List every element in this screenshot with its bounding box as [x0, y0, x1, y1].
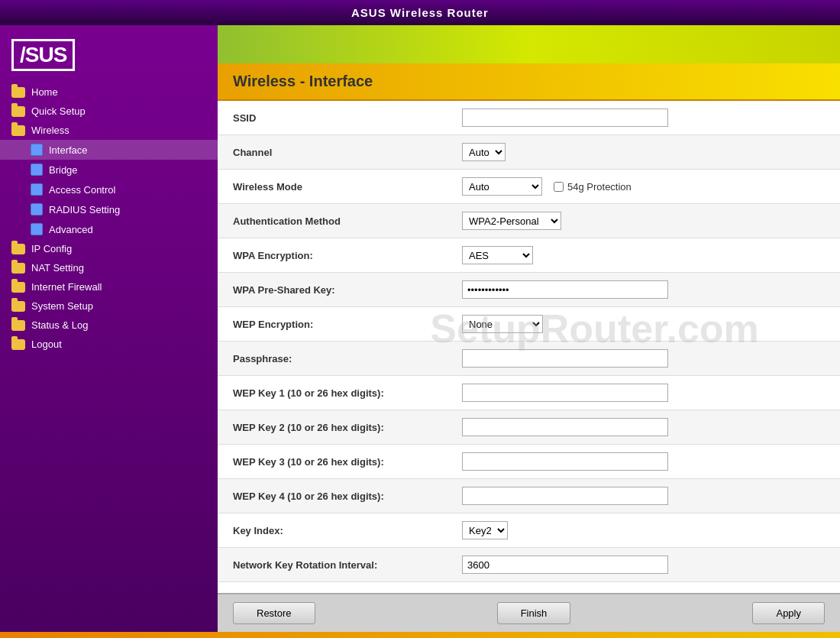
folder-icon [11, 244, 25, 254]
form-rows-container: SSIDChannelAuto1234567891011Wireless Mod… [218, 101, 840, 582]
field-control-wpa-psk [462, 280, 825, 299]
page-icon [31, 223, 43, 235]
sidebar-item-radius-setting[interactable]: RADIUS Setting [0, 199, 218, 219]
select-wep-encryption[interactable]: NoneWEP-64bitsWEP-128bits [462, 315, 543, 333]
field-label-wep-key3: WEP Key 3 (10 or 26 hex digits): [233, 456, 462, 468]
form-row-wpa-encryption: WPA Encryption:AESTKIPTKIP+AES [218, 238, 840, 273]
folder-icon [11, 125, 25, 136]
form-area: SSIDChannelAuto1234567891011Wireless Mod… [218, 101, 840, 593]
sidebar-item-wireless[interactable]: Wireless [0, 121, 218, 140]
field-label-wep-encryption: WEP Encryption: [233, 319, 462, 330]
header-strip [218, 25, 840, 63]
sidebar-item-bridge[interactable]: Bridge [0, 160, 218, 180]
field-label-channel: Channel [233, 147, 462, 158]
nav-item-label: Advanced [49, 224, 93, 235]
field-control-wep-key2 [462, 418, 825, 436]
app-title: ASUS Wireless Router [351, 6, 489, 19]
sidebar-item-interface[interactable]: Interface [0, 140, 218, 160]
nav-item-label: Logout [31, 338, 62, 350]
page-icon [31, 203, 43, 215]
page-title-bar: Wireless - Interface [218, 63, 840, 101]
field-control-network-key-rotation [462, 555, 825, 574]
page-icon [31, 144, 43, 156]
form-row-wep-encryption: WEP Encryption:NoneWEP-64bitsWEP-128bits [218, 307, 840, 342]
form-row-wep-key3: WEP Key 3 (10 or 26 hex digits): [218, 445, 840, 479]
form-row-ssid: SSID [218, 101, 840, 135]
field-control-key-index: Key1Key2Key3Key4 [462, 521, 825, 539]
bottom-orange-bar [0, 632, 840, 638]
sidebar-item-internet-firewall[interactable]: Internet Firewall [0, 277, 218, 296]
input-network-key-rotation[interactable] [462, 555, 668, 574]
sidebar-item-status-log[interactable]: Status & Log [0, 316, 218, 335]
bottom-buttons: Restore Finish Apply [218, 593, 840, 632]
form-row-wep-key2: WEP Key 2 (10 or 26 hex digits): [218, 410, 840, 445]
input-wep-key1[interactable] [462, 384, 668, 402]
nav-item-label: Home [31, 86, 58, 98]
form-row-key-index: Key Index:Key1Key2Key3Key4 [218, 513, 840, 548]
page-icon [31, 183, 43, 196]
select-key-index[interactable]: Key1Key2Key3Key4 [462, 521, 508, 539]
field-label-ssid: SSID [233, 112, 462, 124]
form-row-wireless-mode: Wireless ModeAuto802.11b only802.11g onl… [218, 170, 840, 204]
field-control-passphrase [462, 349, 825, 368]
sidebar-item-quick-setup[interactable]: Quick Setup [0, 102, 218, 121]
content-area: Wireless - Interface SetupRouter.com SSI… [218, 25, 840, 632]
nav-item-label: NAT Setting [31, 262, 84, 274]
field-control-wep-key3 [462, 452, 825, 471]
folder-icon [11, 301, 25, 312]
folder-icon [11, 282, 25, 293]
field-control-auth-method: Open SystemShared KeyWPA-PersonalWPA2-Pe… [462, 212, 825, 230]
asus-logo: /SUS [0, 33, 218, 83]
form-row-wpa-psk: WPA Pre-Shared Key: [218, 273, 840, 307]
folder-icon [11, 320, 25, 331]
field-control-channel: Auto1234567891011 [462, 143, 825, 161]
field-label-passphrase: Passphrase: [233, 353, 462, 364]
restore-button[interactable]: Restore [233, 602, 315, 624]
select-wpa-encryption[interactable]: AESTKIPTKIP+AES [462, 246, 533, 264]
field-label-wep-key4: WEP Key 4 (10 or 26 hex digits): [233, 491, 462, 502]
form-row-network-key-rotation: Network Key Rotation Interval: [218, 548, 840, 582]
sidebar-item-ip-config[interactable]: IP Config [0, 239, 218, 258]
checkbox-wireless-mode[interactable] [554, 182, 564, 192]
sidebar-item-nat-setting[interactable]: NAT Setting [0, 258, 218, 277]
apply-button[interactable]: Apply [752, 602, 825, 624]
field-control-wpa-encryption: AESTKIPTKIP+AES [462, 246, 825, 264]
form-row-auth-method: Authentication MethodOpen SystemShared K… [218, 204, 840, 238]
input-ssid[interactable] [462, 108, 668, 127]
sidebar-item-logout[interactable]: Logout [0, 335, 218, 354]
field-label-wep-key1: WEP Key 1 (10 or 26 hex digits): [233, 387, 462, 399]
nav-item-label: Internet Firewall [31, 281, 102, 293]
sidebar-item-system-setup[interactable]: System Setup [0, 296, 218, 316]
field-label-wireless-mode: Wireless Mode [233, 181, 462, 193]
input-wpa-psk[interactable] [462, 280, 668, 299]
field-control-wep-key4 [462, 487, 825, 505]
sidebar-item-advanced[interactable]: Advanced [0, 219, 218, 239]
input-wep-key2[interactable] [462, 418, 668, 436]
input-wep-key4[interactable] [462, 487, 668, 505]
main-layout: /SUS HomeQuick SetupWirelessInterfaceBri… [0, 25, 840, 632]
input-passphrase[interactable] [462, 349, 668, 368]
nav-item-label: IP Config [31, 243, 72, 254]
sidebar-item-access-control[interactable]: Access Control [0, 180, 218, 199]
field-control-wireless-mode: Auto802.11b only802.11g only54g Protecti… [462, 177, 825, 196]
form-row-passphrase: Passphrase: [218, 342, 840, 376]
field-label-key-index: Key Index: [233, 525, 462, 536]
select-channel[interactable]: Auto1234567891011 [462, 143, 506, 161]
nav-container: HomeQuick SetupWirelessInterfaceBridgeAc… [0, 83, 218, 354]
nav-item-label: Bridge [49, 164, 78, 176]
select-auth-method[interactable]: Open SystemShared KeyWPA-PersonalWPA2-Pe… [462, 212, 561, 230]
input-wep-key3[interactable] [462, 452, 668, 471]
checkbox-label-wireless-mode[interactable]: 54g Protection [554, 181, 632, 193]
field-control-ssid [462, 108, 825, 127]
top-bar: ASUS Wireless Router [0, 0, 840, 25]
page-title: Wireless - Interface [233, 73, 373, 89]
folder-icon [11, 87, 25, 98]
nav-item-label: System Setup [31, 300, 93, 312]
form-row-wep-key1: WEP Key 1 (10 or 26 hex digits): [218, 376, 840, 410]
field-control-wep-key1 [462, 384, 825, 402]
select-wireless-mode[interactable]: Auto802.11b only802.11g only [462, 177, 542, 196]
form-row-wep-key4: WEP Key 4 (10 or 26 hex digits): [218, 479, 840, 513]
finish-button[interactable]: Finish [497, 602, 571, 624]
nav-item-label: Quick Setup [31, 105, 86, 117]
sidebar-item-home[interactable]: Home [0, 83, 218, 102]
